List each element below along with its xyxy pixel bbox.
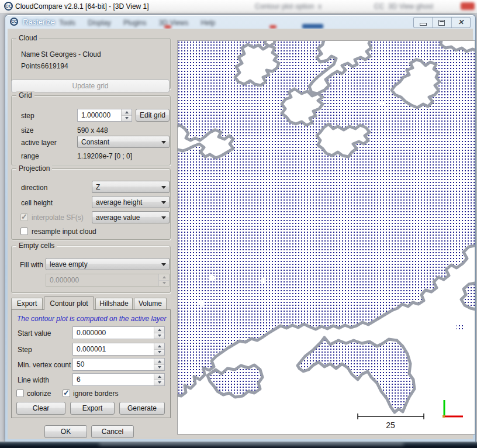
raster-preview-view[interactable]: 25 (177, 40, 475, 435)
clear-label: Clear (33, 402, 50, 412)
dialog-titlebar[interactable]: Tools Display Plugins 3D Views Help CC R… (5, 15, 475, 29)
ignore-borders-label: ignore borders (73, 390, 118, 398)
cell-height-combobox[interactable]: average height (92, 196, 170, 208)
step-value[interactable]: 1.000000 (78, 109, 121, 121)
ghost-toolbar-artifact (302, 24, 323, 29)
resample-checkbox[interactable] (20, 228, 28, 235)
cancel-button[interactable]: Cancel (91, 425, 134, 438)
cloud-name-value: St Georges - Cloud (41, 50, 101, 58)
start-value-spinbox[interactable]: 0.000000 (72, 326, 165, 339)
start-value[interactable]: 0.000000 (73, 327, 154, 339)
main-window-titlebar: CC CloudCompare v2.8.1 [64-bit] - [3D Vi… (0, 0, 477, 13)
contour-step-value[interactable]: 0.000001 (73, 343, 154, 355)
grid-group-caption: Grid (16, 91, 34, 99)
edit-grid-label: Edit grid (140, 109, 165, 119)
direction-combobox[interactable]: Z (92, 181, 170, 193)
chevron-down-icon[interactable] (158, 197, 169, 208)
axis-indicator (443, 400, 463, 418)
chevron-down-icon[interactable] (158, 259, 169, 270)
cloud-group-caption: Cloud (16, 34, 39, 42)
spin-up-icon[interactable] (154, 359, 164, 365)
spin-down-icon[interactable] (154, 365, 164, 371)
empty-cells-groupbox: Empty cells Fill with leave empty 0.0000… (11, 246, 171, 293)
ghost-menu-3dviews: 3D Views (159, 19, 188, 27)
fill-with-label: Fill with (20, 261, 43, 269)
min-vertex-value[interactable]: 50 (73, 359, 154, 370)
cell-height-value: average height (92, 197, 158, 208)
ghost-menu-help: Help (201, 19, 216, 27)
stray-points-patch (457, 324, 464, 329)
line-width-spinbox[interactable]: 6 (72, 373, 165, 386)
range-value: 1.19209e-7 [0 ; 0] (77, 152, 132, 160)
colorize-label: colorize (27, 390, 51, 398)
close-button[interactable]: ✕ (452, 18, 470, 27)
point-cloud-canvas[interactable]: 25 (178, 41, 475, 434)
ghost-menubar: Tools Display Plugins 3D Views Help (59, 19, 226, 27)
export-button[interactable]: Export (70, 402, 115, 415)
direction-label: direction (21, 184, 47, 192)
main-window-title: CloudCompare v2.8.1 [64-bit] - [3D View … (15, 2, 149, 11)
clear-button[interactable]: Clear (16, 402, 65, 415)
step-spinbox[interactable]: 1.000000 (77, 109, 132, 122)
empty-cells-caption: Empty cells (16, 242, 57, 250)
spin-up-icon[interactable] (154, 327, 164, 333)
scale-bar-label: 25 (386, 421, 395, 430)
cell-height-label: cell height (21, 199, 53, 207)
spin-down-icon[interactable] (154, 333, 164, 339)
update-grid-label: Update grid (72, 80, 108, 90)
generate-button[interactable]: Generate (119, 402, 165, 415)
min-vertex-spinbox[interactable]: 50 (72, 358, 165, 371)
interpolate-sf-label: interpolate SF(s) (32, 213, 84, 222)
line-width-value[interactable]: 6 (73, 374, 154, 385)
spin-down-icon[interactable] (154, 380, 164, 386)
ok-button[interactable]: OK (44, 425, 87, 438)
chevron-down-icon[interactable] (158, 136, 169, 147)
ghost-close-button (461, 2, 475, 10)
contour-step-spinbox[interactable]: 0.000001 (72, 343, 165, 356)
chevron-down-icon[interactable] (158, 212, 169, 223)
cancel-label: Cancel (102, 426, 123, 436)
cloudcompare-logo-icon: CC (4, 2, 13, 11)
cloud-points-value: 6619194 (41, 62, 68, 70)
spin-up-icon[interactable] (122, 109, 132, 116)
minimize-button[interactable] (414, 18, 433, 27)
active-layer-label: active layer (21, 139, 57, 147)
ignore-borders-checkbox[interactable] (63, 390, 70, 397)
maximize-button[interactable] (433, 18, 451, 27)
grid-groupbox: Grid step 1.000000 Edit grid size 590 x … (11, 95, 171, 166)
window-bottom-highlight (99, 442, 403, 445)
interpolate-sf-checkbox[interactable] (20, 213, 28, 221)
active-layer-value: Constant (78, 136, 158, 147)
generate-label: Generate (127, 402, 157, 412)
ok-label: OK (61, 426, 71, 436)
spin-up-icon[interactable] (154, 343, 164, 350)
line-width-spinner (154, 374, 164, 385)
dialog-content: Cloud Name St Georges - Cloud Points 661… (8, 29, 473, 439)
update-grid-button[interactable]: Update grid (11, 80, 170, 92)
colorize-checkbox[interactable] (16, 390, 24, 397)
tab-hillshade[interactable]: Hillshade (95, 298, 133, 309)
spin-down-icon (159, 281, 169, 287)
start-value-label: Start value (18, 329, 51, 337)
contour-step-label: Step (18, 346, 32, 354)
step-label: step (21, 112, 34, 120)
edit-grid-button[interactable]: Edit grid (136, 109, 170, 122)
chevron-down-icon[interactable] (158, 181, 169, 192)
minimize-icon (420, 23, 427, 26)
fill-with-value: leave empty (46, 259, 158, 270)
spin-up-icon[interactable] (154, 374, 164, 380)
min-vertex-spinner (154, 359, 164, 370)
empty-cell-value-spinbox[interactable]: 0.000000 (46, 274, 170, 287)
cloud-points-label: Points (21, 62, 40, 70)
active-layer-combobox[interactable]: Constant (77, 136, 170, 148)
spin-up-icon (159, 274, 169, 281)
maximize-icon (438, 20, 445, 26)
tab-volume[interactable]: Volume (134, 298, 167, 309)
tab-contour-plot[interactable]: Contour plot (44, 297, 94, 310)
fill-with-combobox[interactable]: leave empty (46, 258, 170, 270)
spin-down-icon[interactable] (154, 350, 164, 356)
interpolate-sf-combobox[interactable]: average value (92, 211, 170, 223)
export-label: Export (82, 402, 103, 412)
spin-down-icon[interactable] (122, 116, 132, 122)
tab-export[interactable]: Export (11, 298, 43, 309)
